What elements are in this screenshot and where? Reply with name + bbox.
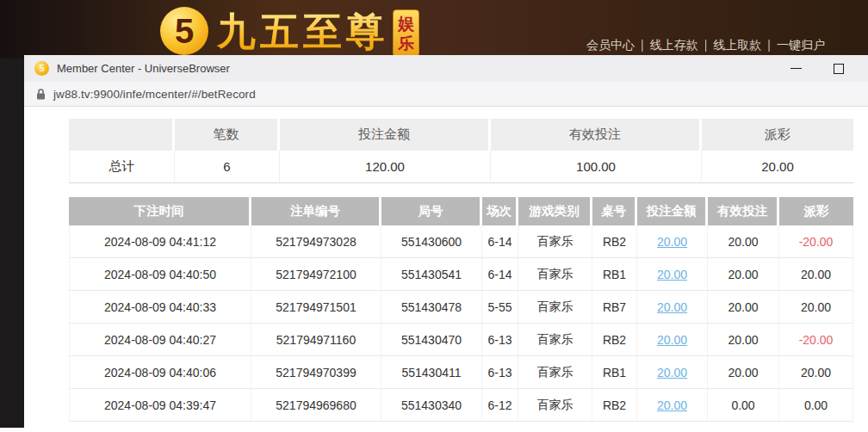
- window-controls: [790, 55, 844, 82]
- cell-payout: 20.00: [779, 258, 853, 291]
- cell-session: 6-14: [482, 258, 518, 291]
- summary-header-empty: [69, 119, 175, 151]
- cell-order-number: 521794970399: [251, 356, 381, 389]
- logo-mark: 5: [175, 14, 194, 48]
- cell-payout: -20.00: [779, 324, 853, 356]
- cell-order-number: 521794969680: [251, 389, 381, 422]
- cell-session: 6-12: [482, 389, 518, 422]
- col-order-number: 注单编号: [251, 197, 381, 225]
- cell-valid-bet: 20.00: [708, 258, 779, 291]
- bet-amount-link[interactable]: 20.00: [657, 366, 687, 380]
- favicon-mark: 5: [39, 64, 44, 73]
- summary-table: 笔数 投注金额 有效投注 派彩 总计 6 120.00 100.00 20.00: [69, 119, 853, 183]
- cell-order-number: 521794971501: [251, 291, 381, 324]
- cell-valid-bet: 20.00: [708, 291, 779, 324]
- cell-payout: 0.00: [779, 389, 853, 422]
- cell-bet-amount: 20.00: [637, 389, 708, 422]
- bet-amount-link[interactable]: 20.00: [657, 398, 687, 412]
- cell-bet-amount: 20.00: [637, 258, 708, 291]
- cell-game-type: 百家乐: [518, 225, 592, 258]
- col-bet-amount: 投注金额: [637, 197, 708, 225]
- bet-amount-link[interactable]: 20.00: [657, 268, 687, 281]
- col-session: 场次: [482, 197, 518, 225]
- summary-total-payout: 20.00: [702, 151, 853, 183]
- table-row: 2024-08-09 04:40:06521794970399551430411…: [69, 356, 853, 389]
- cell-round-number: 551430411: [381, 356, 482, 389]
- cell-bet-amount: 20.00: [637, 356, 708, 389]
- bet-amount-link[interactable]: 20.00: [657, 235, 687, 249]
- page-content: 笔数 投注金额 有效投注 派彩 总计 6 120.00 100.00 20.00…: [24, 107, 868, 432]
- maximize-button[interactable]: [834, 64, 844, 74]
- minimize-button[interactable]: [790, 68, 802, 69]
- bet-records-header: 下注时间 注单编号 局号 场次 游戏类别 桌号 投注金额 有效投注 派彩: [69, 197, 853, 225]
- cell-table-number: RB2: [592, 389, 637, 422]
- bet-amount-link[interactable]: 20.00: [657, 333, 687, 347]
- col-game-type: 游戏类别: [518, 197, 592, 225]
- browser-address-bar[interactable]: jw88.tv:9900/infe/mcenter/#/betRecord: [24, 82, 868, 107]
- window-title: Member Center - UniverseBrowser: [57, 62, 230, 75]
- cell-round-number: 551430340: [381, 389, 482, 422]
- cell-game-type: 百家乐: [518, 356, 592, 389]
- nav-separator: |: [767, 38, 771, 52]
- cell-valid-bet: 0.00: [708, 389, 779, 422]
- table-row: 2024-08-09 04:40:50521794972100551430541…: [69, 258, 853, 291]
- nav-link-1[interactable]: 线上存款: [650, 38, 698, 52]
- summary-header-payout: 派彩: [702, 119, 853, 151]
- summary-total-valid-bet: 100.00: [491, 151, 702, 183]
- nav-separator: |: [641, 38, 644, 52]
- logo-brand-text: 九五至尊: [217, 7, 389, 57]
- screen: 5 九五至尊 娱 乐 会员中心|线上存款|线上取款|一键归户 5 Member …: [0, 0, 868, 432]
- summary-total-label: 总计: [69, 151, 175, 183]
- nav-link-3[interactable]: 一键归户: [777, 38, 825, 52]
- table-row: 2024-08-09 04:40:27521794971160551430470…: [69, 324, 853, 356]
- site-nav: 会员中心|线上存款|线上取款|一键归户: [582, 38, 829, 53]
- summary-total-count: 6: [175, 151, 280, 183]
- cell-valid-bet: 20.00: [708, 324, 779, 356]
- table-row: 2024-08-09 04:41:12521794973028551430600…: [69, 225, 853, 258]
- cell-bet-time: 2024-08-09 04:41:12: [69, 225, 251, 258]
- cell-round-number: 551430600: [381, 225, 482, 258]
- cell-order-number: 521794973028: [251, 225, 381, 258]
- site-logo: 5 九五至尊 娱 乐: [160, 7, 419, 57]
- nav-link-0[interactable]: 会员中心: [586, 38, 635, 52]
- cell-bet-time: 2024-08-09 04:40:33: [69, 291, 251, 324]
- cell-payout: 20.00: [779, 356, 853, 389]
- bet-amount-link[interactable]: 20.00: [657, 300, 687, 314]
- cell-bet-amount: 20.00: [637, 291, 708, 324]
- logo-badge-char: 娱: [398, 14, 414, 34]
- col-round-number: 局号: [381, 197, 482, 225]
- cell-table-number: RB1: [592, 258, 637, 291]
- site-header: 5 九五至尊 娱 乐 会员中心|线上存款|线上取款|一键归户: [0, 0, 868, 59]
- browser-window: 5 Member Center - UniverseBrowser jw88.t…: [24, 55, 868, 432]
- summary-total-bet-amount: 120.00: [280, 151, 491, 183]
- cell-bet-time: 2024-08-09 04:39:47: [69, 389, 251, 422]
- nav-link-2[interactable]: 线上取款: [713, 38, 761, 52]
- cell-game-type: 百家乐: [518, 291, 592, 324]
- browser-titlebar[interactable]: 5 Member Center - UniverseBrowser: [24, 55, 868, 82]
- col-payout: 派彩: [779, 197, 853, 225]
- cell-session: 5-55: [482, 291, 518, 324]
- cell-valid-bet: 20.00: [708, 356, 779, 389]
- cell-payout: -20.00: [779, 225, 853, 258]
- nav-separator: |: [704, 38, 708, 52]
- cell-bet-time: 2024-08-09 04:40:50: [69, 258, 251, 291]
- logo-badge: 娱 乐: [393, 9, 419, 57]
- logo-badge-char: 乐: [398, 34, 414, 53]
- cell-order-number: 521794972100: [251, 258, 381, 291]
- cell-payout: 20.00: [779, 291, 853, 324]
- table-row: 2024-08-09 04:39:47521794969680551430340…: [69, 389, 853, 422]
- url-text[interactable]: jw88.tv:9900/infe/mcenter/#/betRecord: [53, 88, 256, 101]
- logo-circle-icon: 5: [160, 7, 208, 55]
- cell-table-number: RB2: [592, 225, 637, 258]
- cell-bet-amount: 20.00: [637, 324, 708, 356]
- cell-valid-bet: 20.00: [708, 225, 779, 258]
- cell-session: 6-14: [482, 225, 518, 258]
- cell-game-type: 百家乐: [518, 324, 592, 356]
- cell-session: 6-13: [482, 324, 518, 356]
- col-valid-bet: 有效投注: [708, 197, 779, 225]
- lock-icon[interactable]: [36, 89, 46, 100]
- bet-records-table: 下注时间 注单编号 局号 场次 游戏类别 桌号 投注金额 有效投注 派彩 202…: [69, 197, 853, 422]
- summary-header-count: 笔数: [175, 119, 280, 151]
- cell-round-number: 551430478: [381, 291, 482, 324]
- cell-table-number: RB2: [592, 324, 637, 356]
